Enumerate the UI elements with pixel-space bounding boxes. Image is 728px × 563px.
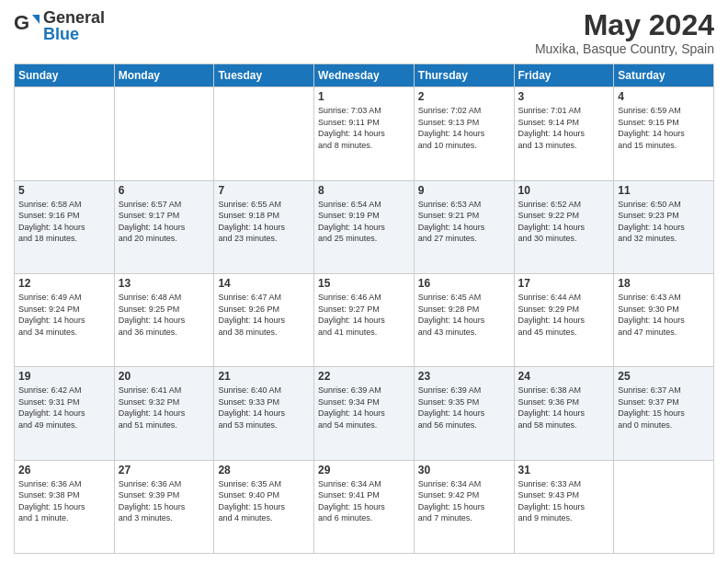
day-number: 22	[318, 370, 410, 383]
table-row: 9Sunrise: 6:53 AM Sunset: 9:21 PM Daylig…	[414, 180, 514, 273]
col-tuesday: Tuesday	[214, 64, 314, 87]
day-info: Sunrise: 6:37 AM Sunset: 9:37 PM Dayligh…	[618, 385, 710, 431]
page: G General Blue May 2024 Muxika, Basque C…	[0, 0, 728, 563]
day-info: Sunrise: 6:39 AM Sunset: 9:35 PM Dayligh…	[418, 385, 510, 431]
day-number: 5	[18, 184, 110, 197]
col-saturday: Saturday	[614, 64, 714, 87]
day-info: Sunrise: 6:59 AM Sunset: 9:15 PM Dayligh…	[618, 105, 710, 151]
day-number: 2	[418, 90, 510, 103]
logo-icon: G	[14, 11, 40, 40]
table-row: 26Sunrise: 6:36 AM Sunset: 9:38 PM Dayli…	[15, 460, 115, 553]
table-row: 16Sunrise: 6:45 AM Sunset: 9:28 PM Dayli…	[414, 273, 514, 366]
day-info: Sunrise: 7:01 AM Sunset: 9:14 PM Dayligh…	[518, 105, 610, 151]
day-info: Sunrise: 6:43 AM Sunset: 9:30 PM Dayligh…	[618, 292, 710, 338]
day-info: Sunrise: 7:03 AM Sunset: 9:11 PM Dayligh…	[318, 105, 410, 151]
day-info: Sunrise: 6:45 AM Sunset: 9:28 PM Dayligh…	[418, 292, 510, 338]
col-monday: Monday	[114, 64, 214, 87]
day-info: Sunrise: 6:36 AM Sunset: 9:39 PM Dayligh…	[119, 478, 210, 524]
table-row: 11Sunrise: 6:50 AM Sunset: 9:23 PM Dayli…	[614, 180, 714, 273]
day-number: 17	[518, 277, 610, 290]
day-number: 6	[119, 184, 210, 197]
table-row: 27Sunrise: 6:36 AM Sunset: 9:39 PM Dayli…	[114, 460, 214, 553]
day-info: Sunrise: 6:33 AM Sunset: 9:43 PM Dayligh…	[518, 478, 610, 524]
calendar-table: Sunday Monday Tuesday Wednesday Thursday…	[14, 63, 714, 554]
day-info: Sunrise: 6:57 AM Sunset: 9:17 PM Dayligh…	[119, 199, 210, 245]
day-info: Sunrise: 6:34 AM Sunset: 9:41 PM Dayligh…	[318, 478, 410, 524]
table-row: 4Sunrise: 6:59 AM Sunset: 9:15 PM Daylig…	[614, 87, 714, 180]
table-row	[214, 87, 314, 180]
day-info: Sunrise: 6:40 AM Sunset: 9:33 PM Dayligh…	[218, 385, 310, 431]
day-number: 10	[518, 184, 610, 197]
table-row	[614, 460, 714, 553]
calendar-row: 19Sunrise: 6:42 AM Sunset: 9:31 PM Dayli…	[15, 367, 714, 460]
header-row: Sunday Monday Tuesday Wednesday Thursday…	[15, 64, 714, 87]
day-info: Sunrise: 6:34 AM Sunset: 9:42 PM Dayligh…	[418, 478, 510, 524]
col-friday: Friday	[514, 64, 614, 87]
day-number: 15	[318, 277, 410, 290]
table-row: 15Sunrise: 6:46 AM Sunset: 9:27 PM Dayli…	[314, 273, 415, 366]
table-row: 6Sunrise: 6:57 AM Sunset: 9:17 PM Daylig…	[114, 180, 214, 273]
day-number: 16	[418, 277, 510, 290]
day-number: 1	[318, 90, 410, 103]
table-row	[15, 87, 115, 180]
day-info: Sunrise: 6:49 AM Sunset: 9:24 PM Dayligh…	[18, 292, 110, 338]
day-info: Sunrise: 6:35 AM Sunset: 9:40 PM Dayligh…	[218, 478, 310, 524]
table-row: 10Sunrise: 6:52 AM Sunset: 9:22 PM Dayli…	[514, 180, 614, 273]
day-info: Sunrise: 6:46 AM Sunset: 9:27 PM Dayligh…	[318, 292, 410, 338]
title-block: May 2024 Muxika, Basque Country, Spain	[535, 9, 714, 56]
table-row: 29Sunrise: 6:34 AM Sunset: 9:41 PM Dayli…	[314, 460, 415, 553]
table-row: 8Sunrise: 6:54 AM Sunset: 9:19 PM Daylig…	[314, 180, 415, 273]
day-number: 8	[318, 184, 410, 197]
table-row: 25Sunrise: 6:37 AM Sunset: 9:37 PM Dayli…	[614, 367, 714, 460]
table-row: 28Sunrise: 6:35 AM Sunset: 9:40 PM Dayli…	[214, 460, 314, 553]
calendar-row: 12Sunrise: 6:49 AM Sunset: 9:24 PM Dayli…	[15, 273, 714, 366]
table-row: 19Sunrise: 6:42 AM Sunset: 9:31 PM Dayli…	[15, 367, 115, 460]
day-info: Sunrise: 6:39 AM Sunset: 9:34 PM Dayligh…	[318, 385, 410, 431]
day-info: Sunrise: 6:44 AM Sunset: 9:29 PM Dayligh…	[518, 292, 610, 338]
main-title: May 2024	[535, 9, 714, 41]
table-row: 1Sunrise: 7:03 AM Sunset: 9:11 PM Daylig…	[314, 87, 415, 180]
day-info: Sunrise: 6:38 AM Sunset: 9:36 PM Dayligh…	[518, 385, 610, 431]
table-row: 23Sunrise: 6:39 AM Sunset: 9:35 PM Dayli…	[414, 367, 514, 460]
table-row: 18Sunrise: 6:43 AM Sunset: 9:30 PM Dayli…	[614, 273, 714, 366]
table-row: 3Sunrise: 7:01 AM Sunset: 9:14 PM Daylig…	[514, 87, 614, 180]
day-number: 31	[518, 464, 610, 477]
header: G General Blue May 2024 Muxika, Basque C…	[14, 9, 714, 56]
day-info: Sunrise: 7:02 AM Sunset: 9:13 PM Dayligh…	[418, 105, 510, 151]
day-number: 27	[119, 464, 210, 477]
table-row: 31Sunrise: 6:33 AM Sunset: 9:43 PM Dayli…	[514, 460, 614, 553]
day-number: 14	[218, 277, 310, 290]
table-row: 5Sunrise: 6:58 AM Sunset: 9:16 PM Daylig…	[15, 180, 115, 273]
day-number: 3	[518, 90, 610, 103]
day-number: 12	[18, 277, 110, 290]
day-number: 24	[518, 370, 610, 383]
table-row: 17Sunrise: 6:44 AM Sunset: 9:29 PM Dayli…	[514, 273, 614, 366]
day-number: 23	[418, 370, 510, 383]
day-number: 20	[119, 370, 210, 383]
svg-marker-1	[32, 15, 40, 24]
col-thursday: Thursday	[414, 64, 514, 87]
day-info: Sunrise: 6:55 AM Sunset: 9:18 PM Dayligh…	[218, 199, 310, 245]
table-row: 22Sunrise: 6:39 AM Sunset: 9:34 PM Dayli…	[314, 367, 415, 460]
day-info: Sunrise: 6:54 AM Sunset: 9:19 PM Dayligh…	[318, 199, 410, 245]
day-info: Sunrise: 6:48 AM Sunset: 9:25 PM Dayligh…	[119, 292, 210, 338]
table-row: 2Sunrise: 7:02 AM Sunset: 9:13 PM Daylig…	[414, 87, 514, 180]
logo-blue: Blue	[43, 26, 105, 42]
day-number: 11	[618, 184, 710, 197]
day-info: Sunrise: 6:41 AM Sunset: 9:32 PM Dayligh…	[119, 385, 210, 431]
calendar-row: 26Sunrise: 6:36 AM Sunset: 9:38 PM Dayli…	[15, 460, 714, 553]
day-number: 26	[18, 464, 110, 477]
subtitle: Muxika, Basque Country, Spain	[535, 41, 714, 56]
day-number: 13	[119, 277, 210, 290]
table-row: 20Sunrise: 6:41 AM Sunset: 9:32 PM Dayli…	[114, 367, 214, 460]
day-number: 18	[618, 277, 710, 290]
table-row: 21Sunrise: 6:40 AM Sunset: 9:33 PM Dayli…	[214, 367, 314, 460]
day-number: 4	[618, 90, 710, 103]
day-info: Sunrise: 6:58 AM Sunset: 9:16 PM Dayligh…	[18, 199, 110, 245]
col-wednesday: Wednesday	[314, 64, 415, 87]
calendar-row: 1Sunrise: 7:03 AM Sunset: 9:11 PM Daylig…	[15, 87, 714, 180]
day-info: Sunrise: 6:36 AM Sunset: 9:38 PM Dayligh…	[18, 478, 110, 524]
day-info: Sunrise: 6:42 AM Sunset: 9:31 PM Dayligh…	[18, 385, 110, 431]
calendar-row: 5Sunrise: 6:58 AM Sunset: 9:16 PM Daylig…	[15, 180, 714, 273]
day-info: Sunrise: 6:52 AM Sunset: 9:22 PM Dayligh…	[518, 199, 610, 245]
